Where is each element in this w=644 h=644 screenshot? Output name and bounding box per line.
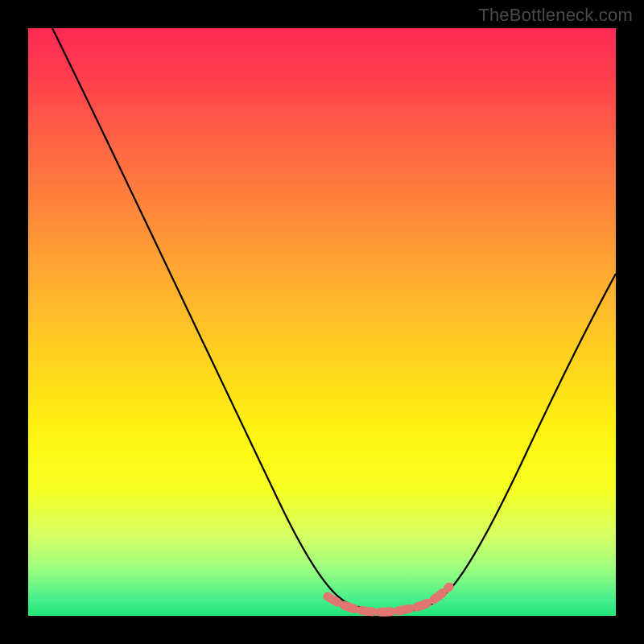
highlight-segment	[328, 587, 449, 612]
plot-area	[28, 28, 616, 616]
watermark-text: TheBottleneck.com	[478, 5, 633, 26]
chart-frame: TheBottleneck.com	[0, 0, 644, 644]
curve-svg	[28, 28, 616, 616]
bottleneck-curve-line	[48, 20, 616, 612]
